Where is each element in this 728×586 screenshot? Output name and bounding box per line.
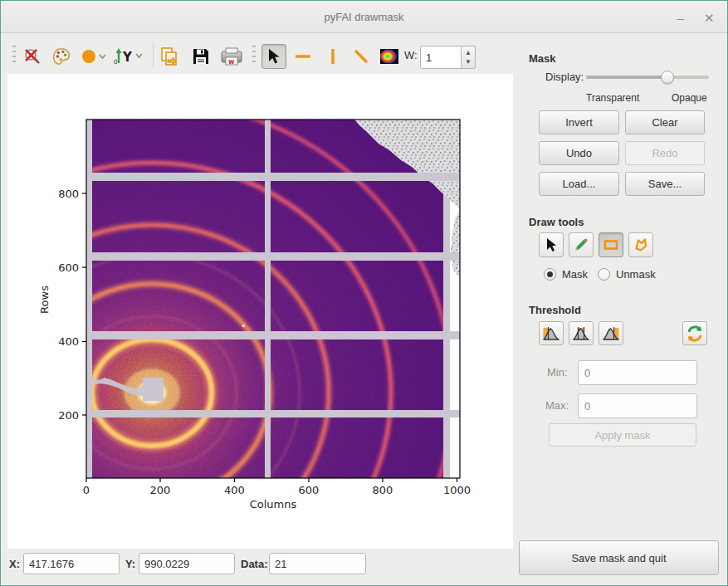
close-button[interactable]: ✕ [699, 7, 719, 27]
app-window: pyFAI drawmask – ✕ [0, 0, 728, 586]
polygon-tool-button[interactable] [628, 232, 653, 257]
svg-text:Y: Y [122, 50, 133, 65]
diffraction-plot[interactable]: 0 200 400 600 800 1000 800 600 400 200 C… [7, 74, 513, 549]
mask-section-heading: Mask [529, 52, 556, 65]
svg-text:600: 600 [299, 484, 320, 496]
invert-button[interactable]: Invert [539, 110, 619, 134]
polygon-tool-icon [633, 237, 649, 253]
display-label: Display: [545, 71, 584, 83]
svg-text:400: 400 [58, 335, 79, 348]
pencil-tool-button[interactable] [569, 232, 594, 257]
save-mask-button[interactable]: Save... [625, 172, 705, 196]
window-title: pyFAI drawmask [1, 11, 727, 23]
copy-button[interactable] [159, 46, 180, 67]
redo-button[interactable]: Redo [625, 141, 705, 165]
x-axis-label: Columns [250, 498, 297, 510]
hline-mask-button[interactable] [292, 46, 314, 67]
mask-radio-label: Mask [562, 268, 588, 281]
x-coordinate-field[interactable] [23, 553, 120, 574]
mask-radio[interactable] [544, 268, 556, 281]
apply-mask-button[interactable]: Apply mask [549, 423, 696, 447]
toolbar-separator [153, 42, 154, 67]
pointer-icon [265, 47, 283, 66]
dead-pixel [242, 325, 245, 327]
opaque-label: Opaque [672, 92, 707, 104]
pan-select-button[interactable] [261, 44, 286, 69]
svg-text:0: 0 [114, 59, 117, 66]
copy-icon [159, 46, 179, 66]
colormap-preview-button[interactable] [379, 46, 400, 67]
rectangle-tool-button[interactable] [599, 232, 623, 257]
threshold-between-button[interactable] [569, 321, 594, 345]
draw-tools-heading: Draw tools [529, 216, 584, 228]
y-axis-label: Rows [38, 286, 51, 314]
horizontal-line-icon [293, 46, 313, 66]
toolbar-drag-handle-2 [252, 46, 256, 64]
y-axis-orientation-button[interactable]: 0 Y [112, 46, 147, 67]
threshold-between-icon [572, 325, 590, 342]
reset-zoom-button[interactable] [22, 46, 43, 67]
print-button[interactable]: w [219, 46, 244, 67]
svg-text:0: 0 [83, 484, 90, 496]
min-input[interactable] [578, 360, 697, 385]
threshold-reload-button[interactable] [682, 321, 707, 345]
load-mask-button[interactable]: Load... [539, 172, 619, 196]
pencil-tool-icon [573, 237, 589, 253]
data-value-label: Data: [241, 558, 268, 570]
pointer-tool-icon [543, 237, 559, 253]
transparent-label: Transparent [586, 92, 639, 104]
aggregation-icon [80, 46, 106, 66]
toolbar: 0 Y [1, 34, 513, 74]
clear-button[interactable]: Clear [625, 110, 705, 134]
threshold-heading: Threshold [529, 304, 581, 316]
unmask-radio[interactable] [598, 268, 610, 281]
unmask-radio-label: Unmask [616, 268, 656, 281]
spin-down-icon[interactable]: ▼ [462, 56, 475, 67]
undo-button[interactable]: Undo [539, 141, 619, 165]
minimize-button[interactable]: – [671, 7, 691, 27]
dline-mask-button[interactable] [350, 46, 372, 67]
save-mask-and-quit-button[interactable]: Save mask and quit [519, 540, 719, 575]
max-input[interactable] [578, 393, 697, 418]
y-axis-orientation-icon: 0 Y [113, 46, 146, 67]
max-label: Max: [545, 399, 569, 412]
threshold-above-button[interactable] [599, 321, 623, 345]
svg-text:200: 200 [58, 409, 79, 422]
pencil-width-label: W: [404, 49, 418, 61]
aggregation-mode-button[interactable] [79, 46, 107, 67]
pencil-width-spinbox[interactable] [420, 46, 462, 69]
colormap-button[interactable] [51, 46, 72, 67]
svg-text:800: 800 [58, 188, 79, 200]
pencil-width-spin-buttons[interactable]: ▲ ▼ [462, 46, 476, 69]
threshold-above-icon [602, 325, 620, 342]
svg-text:400: 400 [224, 484, 245, 496]
colormap-preview-icon [379, 48, 399, 65]
threshold-below-icon [542, 325, 560, 342]
x-coordinate-label: X: [9, 558, 20, 570]
y-coordinate-field[interactable] [139, 553, 235, 574]
save-button[interactable] [190, 46, 212, 67]
palette-icon [51, 46, 71, 67]
data-value-field[interactable] [269, 553, 366, 574]
threshold-below-button[interactable] [539, 321, 564, 345]
titlebar: pyFAI drawmask – ✕ [1, 1, 727, 33]
rectangle-tool-icon [603, 237, 619, 253]
min-label: Min: [547, 366, 568, 378]
svg-text:200: 200 [150, 484, 171, 496]
svg-text:600: 600 [58, 261, 79, 274]
mask-opacity-slider-handle[interactable] [661, 71, 674, 84]
diagonal-line-icon [351, 46, 371, 66]
vertical-line-icon [323, 46, 343, 66]
reload-icon [686, 325, 704, 343]
diffraction-image [7, 74, 513, 549]
vline-mask-button[interactable] [322, 46, 344, 67]
svg-text:w: w [228, 58, 235, 66]
browse-tool-button[interactable] [539, 232, 564, 257]
svg-text:1000: 1000 [443, 484, 471, 496]
plot-panel: 0 200 400 600 800 1000 800 600 400 200 C… [7, 74, 513, 549]
print-icon: w [220, 46, 243, 66]
y-coordinate-label: Y: [125, 558, 135, 570]
toolbar-drag-handle [12, 46, 16, 64]
reset-zoom-icon [22, 46, 42, 66]
svg-text:800: 800 [373, 484, 393, 496]
